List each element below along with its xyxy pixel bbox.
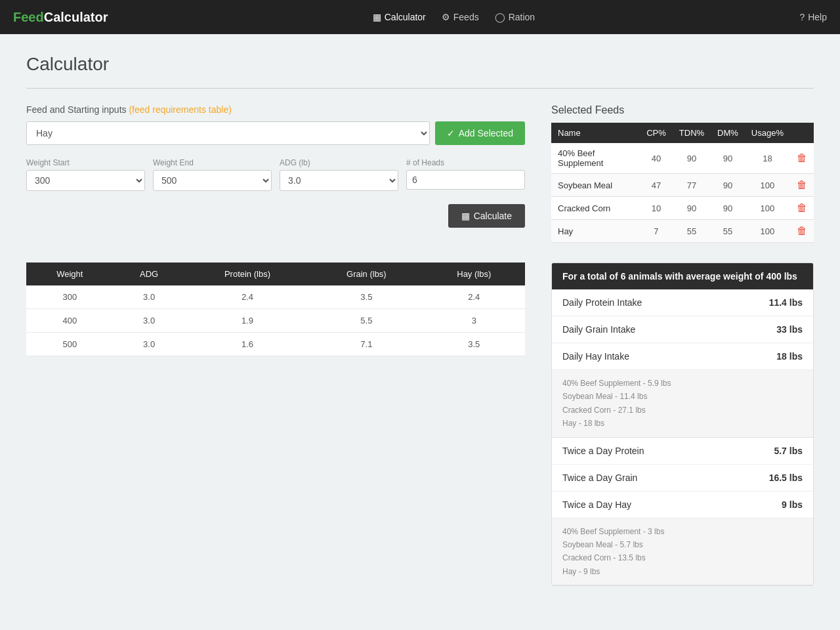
feed-usage: 100	[745, 220, 790, 243]
feed-cp: 47	[640, 174, 673, 197]
feed-delete-cell: 🗑	[790, 220, 814, 243]
feed-dm: 90	[711, 174, 745, 197]
table-row: Soybean Meal 47 77 90 100 🗑	[551, 174, 814, 197]
nav-feeds[interactable]: ⚙ Feeds	[442, 12, 479, 22]
res-hay: 2.4	[423, 285, 525, 309]
heads-input[interactable]	[406, 170, 525, 190]
calc-icon: ▦	[461, 211, 470, 221]
col-protein: Protein (lbs)	[185, 262, 310, 285]
res-weight: 400	[26, 309, 114, 333]
feed-requirements-link[interactable]: (feed requirements table)	[129, 104, 231, 115]
feed-name: Soybean Meal	[551, 174, 640, 197]
main-content: Calculator Feed and Starting inputs (fee…	[0, 34, 840, 606]
weight-end-label: Weight End	[153, 158, 272, 167]
res-adg: 3.0	[114, 333, 185, 356]
add-selected-button[interactable]: ✓ Add Selected	[435, 121, 525, 145]
results-table: Weight ADG Protein (lbs) Grain (lbs) Hay…	[26, 262, 525, 356]
feed-cp: 10	[640, 197, 673, 220]
res-hay: 3.5	[423, 333, 525, 356]
feeds-table-header: Name CP% TDN% DM% Usage%	[551, 123, 814, 143]
feeds-table-body: 40% Beef Supplement 40 90 90 18 🗑 Soybea…	[551, 143, 814, 243]
col-grain: Grain (lbs)	[310, 262, 423, 285]
twice-protein-label: Twice a Day Protein	[562, 446, 644, 456]
bottom-section: Weight ADG Protein (lbs) Grain (lbs) Hay…	[26, 262, 814, 586]
res-protein: 1.6	[185, 333, 310, 356]
feeds-header-row: Name CP% TDN% DM% Usage%	[551, 123, 814, 143]
results-header-row: Weight ADG Protein (lbs) Grain (lbs) Hay…	[26, 262, 525, 285]
twice-protein-value: 5.7 lbs	[774, 446, 803, 456]
nav-calculator[interactable]: ▦ Calculator	[373, 12, 426, 22]
summary-header: For a total of 6 animals with average we…	[552, 263, 813, 289]
divider	[26, 88, 814, 89]
daily-grain-label: Daily Grain Intake	[562, 324, 635, 335]
delete-feed-button[interactable]: 🗑	[797, 179, 807, 191]
feed-delete-cell: 🗑	[790, 143, 814, 174]
res-grain: 5.5	[310, 309, 423, 333]
col-usage: Usage%	[745, 123, 790, 143]
twice-detail-box: 40% Beef Supplement - 3 lbsSoybean Meal …	[552, 518, 813, 586]
adg-select[interactable]: 3.02.52.01.5	[280, 170, 398, 191]
daily-hay-label: Daily Hay Intake	[562, 351, 629, 362]
twice-grain-row: Twice a Day Grain 16.5 lbs	[552, 465, 813, 492]
logo-feed: Feed	[13, 10, 44, 25]
daily-detail-text: 40% Beef Supplement - 5.9 lbsSoybean Mea…	[562, 377, 803, 430]
feed-dm: 90	[711, 143, 745, 174]
feed-dm: 55	[711, 220, 745, 243]
daily-grain-value: 33 lbs	[776, 324, 803, 335]
twice-detail-text: 40% Beef Supplement - 3 lbsSoybean Meal …	[562, 525, 803, 579]
delete-feed-button[interactable]: 🗑	[797, 152, 807, 164]
feed-name: Hay	[551, 220, 640, 243]
help-link[interactable]: ? Help	[799, 12, 827, 22]
feed-selector-row: HayCornSoybean Meal40% Beef SupplementCr…	[26, 121, 525, 145]
res-adg: 3.0	[114, 285, 185, 309]
table-row: 400 3.0 1.9 5.5 3	[26, 309, 525, 333]
adg-group: ADG (lb) 3.02.52.01.5	[280, 158, 398, 191]
weight-end-group: Weight End 500600700800	[153, 158, 272, 191]
res-grain: 7.1	[310, 333, 423, 356]
weight-start-select[interactable]: 300400500600	[26, 170, 145, 191]
res-grain: 3.5	[310, 285, 423, 309]
page-title: Calculator	[26, 54, 814, 75]
weight-inputs-row: Weight Start 300400500600 Weight End 500…	[26, 158, 525, 191]
table-row: Hay 7 55 55 100 🗑	[551, 220, 814, 243]
twice-protein-row: Twice a Day Protein 5.7 lbs	[552, 438, 813, 465]
feed-delete-cell: 🗑	[790, 197, 814, 220]
daily-protein-value: 11.4 lbs	[769, 297, 803, 308]
feed-usage: 100	[745, 197, 790, 220]
selected-feeds-panel: Selected Feeds Name CP% TDN% DM% Usage% …	[551, 104, 814, 243]
col-tdn: TDN%	[673, 123, 711, 143]
col-dm: DM%	[711, 123, 745, 143]
table-row: 500 3.0 1.6 7.1 3.5	[26, 333, 525, 356]
res-adg: 3.0	[114, 309, 185, 333]
feed-usage: 100	[745, 174, 790, 197]
table-row: Cracked Corn 10 90 90 100 🗑	[551, 197, 814, 220]
table-row: 40% Beef Supplement 40 90 90 18 🗑	[551, 143, 814, 174]
col-weight: Weight	[26, 262, 114, 285]
feed-usage: 18	[745, 143, 790, 174]
feed-delete-cell: 🗑	[790, 174, 814, 197]
help-icon: ?	[799, 12, 805, 22]
feed-name: 40% Beef Supplement	[551, 143, 640, 174]
weight-end-select[interactable]: 500600700800	[153, 170, 272, 191]
res-hay: 3	[423, 309, 525, 333]
twice-hay-label: Twice a Day Hay	[562, 499, 631, 510]
col-action	[790, 123, 814, 143]
twice-grain-label: Twice a Day Grain	[562, 472, 637, 483]
delete-feed-button[interactable]: 🗑	[797, 225, 807, 237]
res-protein: 2.4	[185, 285, 310, 309]
grid-icon: ▦	[373, 12, 381, 22]
col-name: Name	[551, 123, 640, 143]
feed-tdn: 90	[673, 197, 711, 220]
feed-select[interactable]: HayCornSoybean Meal40% Beef SupplementCr…	[26, 121, 430, 145]
heads-group: # of Heads	[406, 158, 525, 191]
calculate-button[interactable]: ▦ Calculate	[448, 204, 525, 228]
weight-start-label: Weight Start	[26, 158, 145, 167]
res-weight: 500	[26, 333, 114, 356]
delete-feed-button[interactable]: 🗑	[797, 202, 807, 214]
daily-detail-box: 40% Beef Supplement - 5.9 lbsSoybean Mea…	[552, 370, 813, 438]
feed-inputs-label: Feed and Starting inputs (feed requireme…	[26, 104, 525, 115]
settings-icon: ⚙	[442, 12, 450, 22]
col-cp: CP%	[640, 123, 673, 143]
daily-hay-value: 18 lbs	[776, 351, 803, 362]
nav-ration[interactable]: ◯ Ration	[495, 12, 535, 22]
